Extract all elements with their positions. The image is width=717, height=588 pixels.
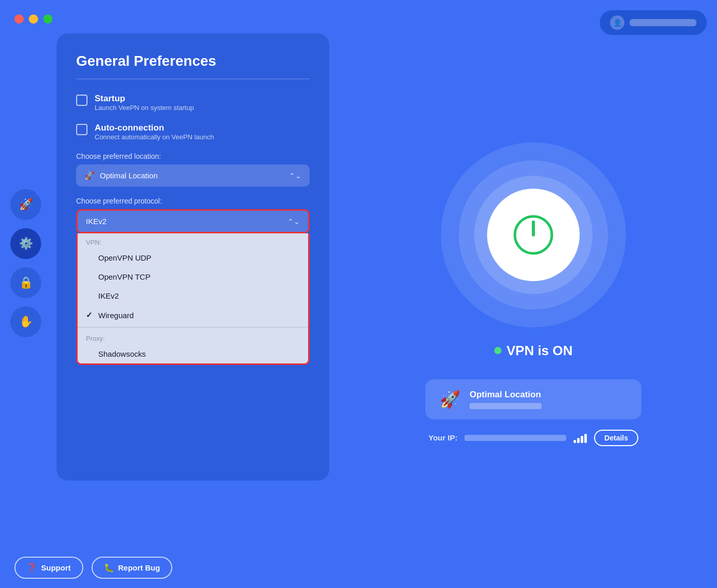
avatar-icon: 👤 (610, 15, 624, 30)
autoconnect-checkbox[interactable] (76, 124, 87, 135)
status-dot (494, 347, 501, 354)
startup-label: Startup (95, 94, 194, 104)
startup-pref: Startup Launch VeePN on system startup (76, 94, 310, 112)
sidebar-item-block[interactable]: ✋ (10, 306, 41, 337)
autoconnect-label: Auto-connection (95, 123, 214, 133)
ip-row: Your IP: Details (425, 430, 641, 446)
location-card-name: Optimal Location (470, 390, 542, 400)
signal-bars-icon (573, 433, 587, 443)
location-dropdown-left: 🚀 Optimal Location (84, 171, 158, 180)
menu-item-shadowsocks-label: Shadowsocks (98, 350, 146, 358)
traffic-light-yellow[interactable] (29, 14, 38, 24)
location-card-rocket-icon: 🚀 (440, 390, 460, 409)
menu-item-ikev2[interactable]: IKEv2 (78, 286, 308, 305)
startup-text: Startup Launch VeePN on system startup (95, 94, 194, 112)
check-openvpn-udp (86, 253, 94, 262)
traffic-light-red[interactable] (14, 14, 24, 24)
location-card-sub-blurred (470, 403, 542, 409)
location-chevron-icon: ⌃⌄ (289, 172, 301, 180)
vpn-panel: VPN is ON 🚀 Optimal Location Your IP: De… (350, 0, 717, 588)
protocol-section-label: Choose preferred protocol: (76, 197, 310, 205)
autoconnect-pref: Auto-connection Connect automatically on… (76, 123, 310, 141)
ip-label: Your IP: (428, 433, 457, 442)
report-bug-icon: 🐛 (104, 563, 114, 573)
menu-item-wireguard-label: Wireguard (98, 311, 134, 320)
power-icon (510, 212, 557, 258)
signal-bar-1 (573, 440, 576, 443)
bottom-bar: ❓ Support 🐛 Report Bug (0, 547, 717, 588)
power-button[interactable] (487, 189, 580, 281)
support-button[interactable]: ❓ Support (14, 557, 83, 579)
protocol-dropdown-menu: VPN: OpenVPN UDP OpenVPN TCP IKEv2 ✓ Wir… (76, 233, 310, 365)
menu-divider (78, 327, 308, 327)
traffic-lights (14, 14, 52, 24)
sidebar-item-privacy[interactable]: 🔒 (10, 267, 41, 298)
preferences-panel: General Preferences Startup Launch VeePN… (57, 33, 329, 481)
sidebar: 🚀 ⚙️ 🔒 ✋ (0, 0, 51, 588)
startup-desc: Launch VeePN on system startup (95, 104, 194, 112)
location-info: Optimal Location (470, 390, 542, 409)
support-label: Support (41, 563, 71, 572)
location-section-label: Choose preferred location: (76, 152, 310, 160)
menu-item-openvpn-udp-label: OpenVPN UDP (98, 253, 151, 262)
ip-value-blurred (464, 435, 566, 441)
proxy-section-label: Proxy: (78, 329, 308, 344)
menu-item-wireguard[interactable]: ✓ Wireguard (78, 305, 308, 325)
power-container (441, 142, 626, 327)
vpn-status: VPN is ON (494, 343, 573, 359)
menu-item-openvpn-tcp-label: OpenVPN TCP (98, 272, 150, 281)
autoconnect-desc: Connect automatically on VeePN launch (95, 133, 214, 141)
signal-bar-2 (577, 438, 580, 443)
protocol-dropdown[interactable]: IKEv2 ⌃⌄ (76, 209, 310, 233)
menu-item-shadowsocks[interactable]: Shadowsocks (78, 344, 308, 363)
location-dropdown[interactable]: 🚀 Optimal Location ⌃⌄ (76, 164, 310, 187)
check-shadowsocks (86, 350, 94, 358)
check-ikev2 (86, 291, 94, 300)
protocol-chevron-icon: ⌃⌄ (288, 217, 300, 226)
user-button[interactable]: 👤 (600, 10, 707, 35)
status-text: VPN is ON (507, 343, 573, 359)
menu-item-openvpn-tcp[interactable]: OpenVPN TCP (78, 267, 308, 286)
check-wireguard: ✓ (86, 310, 94, 320)
location-value: Optimal Location (100, 171, 158, 180)
sidebar-item-vpn[interactable]: 🚀 (10, 189, 41, 220)
report-bug-label: Report Bug (118, 563, 160, 572)
report-bug-button[interactable]: 🐛 Report Bug (92, 557, 173, 579)
menu-item-ikev2-label: IKEv2 (98, 291, 119, 300)
signal-bar-3 (581, 436, 583, 443)
check-openvpn-tcp (86, 272, 94, 281)
details-button[interactable]: Details (594, 430, 638, 446)
signal-bar-4 (584, 434, 587, 443)
username-blurred (630, 19, 696, 26)
protocol-dropdown-container: IKEv2 ⌃⌄ VPN: OpenVPN UDP OpenVPN TCP IK… (76, 209, 310, 365)
support-icon: ❓ (27, 563, 37, 573)
traffic-light-green[interactable] (43, 14, 52, 24)
location-rocket-icon: 🚀 (84, 171, 95, 180)
protocol-value: IKEv2 (86, 217, 106, 226)
startup-checkbox[interactable] (76, 95, 87, 106)
panel-divider (76, 79, 310, 79)
panel-title: General Preferences (76, 53, 310, 69)
vpn-section-label: VPN: (78, 233, 308, 248)
autoconnect-text: Auto-connection Connect automatically on… (95, 123, 214, 141)
location-card: 🚀 Optimal Location (425, 379, 641, 419)
sidebar-item-settings[interactable]: ⚙️ (10, 228, 41, 259)
menu-item-openvpn-udp[interactable]: OpenVPN UDP (78, 248, 308, 267)
